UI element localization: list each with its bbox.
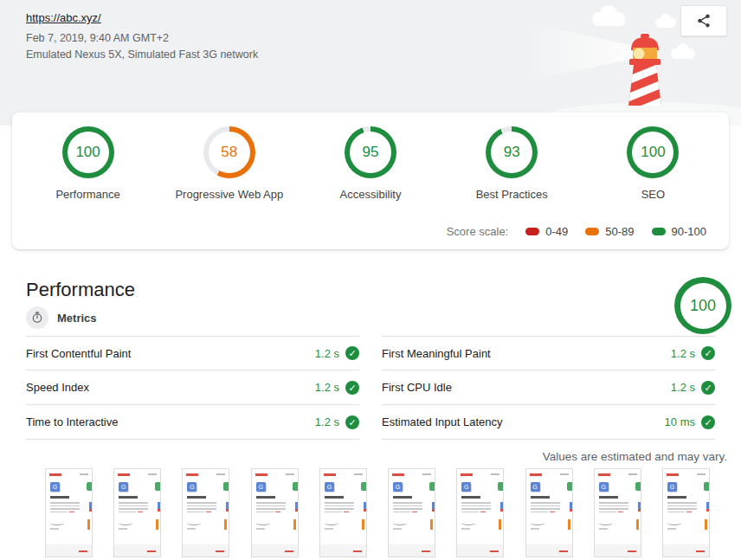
gauge-value: 100 [68,132,109,173]
metric-row-input-latency: Estimated Input Latency 10 ms✓ [382,405,715,440]
gauge-seo[interactable]: 100 SEO [583,126,724,201]
score-range-average: 50-89 [585,225,634,238]
gauge-value: 58 [209,132,250,173]
score-gauges: 100 Performance 58 Progressive Web App 9… [12,113,729,201]
metric-value: 10 ms✓ [665,415,715,429]
share-icon [696,13,712,29]
gauge-ring: 93 [486,126,538,178]
check-icon: ✓ [345,381,359,395]
check-icon: ✓ [701,346,715,360]
red-range-pill [525,228,539,235]
emulation-info: Emulated Nexus 5X, Simulated Fast 3G net… [26,47,258,63]
gauge-label: Best Practices [476,188,548,201]
metric-value: 1.2 s✓ [315,415,359,429]
metrics-grid: First Contentful Paint 1.2 s✓ Speed Inde… [26,336,715,440]
estimate-note: Values are estimated and may vary. [543,450,727,463]
score-scale: Score scale: 0-49 50-89 90-100 [447,225,706,238]
score-scale-label: Score scale: [447,225,509,238]
range-label: 90-100 [672,225,706,238]
gauge-ring: 100 [627,126,679,178]
metric-row-fcp: First Contentful Paint 1.2 s✓ [26,336,359,370]
gauge-value: 100 [632,132,673,173]
metric-value: 1.2 s✓ [315,381,359,395]
filmstrip-frame: G [388,468,435,557]
share-button[interactable] [680,5,727,36]
metric-row-speed-index: Speed Index 1.2 s✓ [26,370,359,405]
metric-label: First Meaningful Paint [382,347,491,360]
gauge-best-practices[interactable]: 93 Best Practices [441,126,583,201]
performance-score-gauge[interactable]: 100 [674,277,731,334]
orange-range-pill [585,228,599,235]
filmstrip-frame: G [594,468,641,557]
tested-url-link[interactable]: https://abc.xyz/ [26,11,101,24]
gauge-label: SEO [641,188,665,201]
filmstrip-frame: G [662,468,710,557]
filmstrip-frame: G [319,468,367,557]
metric-row-tti: Time to Interactive 1.2 s✓ [26,405,359,440]
gauge-ring: 58 [203,126,255,178]
green-range-pill [652,228,666,235]
score-range-fail: 0-49 [525,225,568,238]
metric-label: First Contentful Paint [26,347,131,360]
gauge-performance[interactable]: 100 Performance [17,126,158,201]
metrics-header: Metrics [26,306,97,329]
metric-row-fmp: First Meaningful Paint 1.2 s✓ [382,336,715,370]
check-icon: ✓ [701,415,715,429]
gauge-label: Accessibility [340,188,402,201]
filmstrip-frame: G [45,468,93,557]
gauge-value: 93 [491,132,532,173]
range-label: 0-49 [545,225,568,238]
gauge-accessibility[interactable]: 95 Accessibility [300,126,441,201]
range-label: 50-89 [605,225,634,238]
metric-label: First CPU Idle [382,381,452,394]
gauge-label: Performance [55,188,119,201]
metric-label: Estimated Input Latency [382,415,502,428]
check-icon: ✓ [701,381,715,395]
gauge-value: 100 [680,283,726,329]
filmstrip-frame: G [525,468,573,557]
score-range-pass: 90-100 [652,225,706,238]
metrics-heading: Metrics [57,312,97,325]
metric-label: Time to Interactive [26,415,118,428]
stopwatch-icon [26,306,48,329]
report-timestamp: Feb 7, 2019, 9:40 AM GMT+2 [26,30,258,47]
filmstrip-frame: G [182,468,229,557]
check-icon: ✓ [345,346,359,360]
gauge-pwa[interactable]: 58 Progressive Web App [158,126,300,201]
gauge-ring: 95 [345,126,396,178]
scores-summary-card: 100 Performance 58 Progressive Web App 9… [12,113,729,249]
report-header: https://abc.xyz/ Feb 7, 2019, 9:40 AM GM… [0,0,741,126]
metric-value: 1.2 s✓ [671,346,715,360]
gauge-ring: 100 [62,126,114,178]
filmstrip-frame: G [251,468,299,557]
performance-section-title: Performance [26,279,135,301]
report-meta: https://abc.xyz/ Feb 7, 2019, 9:40 AM GM… [26,10,258,63]
metric-value: 1.2 s✓ [671,381,715,395]
metric-value: 1.2 s✓ [315,346,359,360]
gauge-label: Progressive Web App [175,188,283,201]
light-beam [525,23,634,81]
metric-row-cpu-idle: First CPU Idle 1.2 s✓ [382,370,715,405]
filmstrip-frame: G [113,468,161,557]
filmstrip-frame: G [456,468,504,557]
metric-label: Speed Index [26,381,89,394]
check-icon: ✓ [345,415,359,429]
gauge-value: 95 [350,132,391,173]
filmstrip: G G G G G [45,468,710,557]
